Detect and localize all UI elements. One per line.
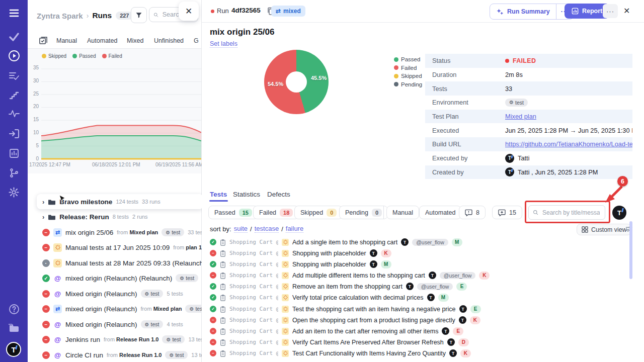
failed-count: 18 [280,209,293,217]
test-suite[interactable]: Shopping Cart @first… [229,317,278,323]
test-suite[interactable]: Shopping Cart @first… [229,261,278,267]
filter-pending-button[interactable]: Pending0 [339,206,388,219]
test-row[interactable]: ✓ Shopping Cart @first… Test the shoppin… [203,304,635,314]
menu-icon[interactable] [0,8,28,18]
filter-manual-button[interactable]: Manual [386,206,419,219]
user-avatar[interactable]: T [612,206,626,220]
tests-search[interactable] [528,205,605,220]
filter-new-comments-button[interactable]: 15 [492,206,522,219]
test-cases-icon[interactable] [0,71,28,80]
test-row[interactable]: − Shopping Cart @first… Shopping with pl… [203,248,635,258]
activity-icon[interactable] [0,110,28,118]
close-run-icon[interactable]: ✕ [623,6,630,16]
run-summary-button[interactable]: Run Summary ··· [490,4,574,20]
test-suite[interactable]: Shopping Cart @first… [229,328,278,334]
test-title[interactable]: Test the shopping cart with an item havi… [292,306,456,313]
filter-automated-button[interactable]: Automated [419,206,461,219]
sort-suite-link[interactable]: suite [234,225,248,233]
run-row[interactable]: ✓ @ mixed origin (Relaunch) (Relaunch) ⚙… [28,270,201,286]
test-suite[interactable]: Shopping Cart @first… [229,283,278,290]
test-suite[interactable]: Shopping Cart @first… [229,239,278,245]
test-suite[interactable]: Shopping Cart @first… [229,294,278,301]
tab-manual[interactable]: Manual [56,37,77,44]
tab-grouped[interactable]: G [194,37,199,44]
run-row[interactable]: − Manual tests at 17 Jun 2025 10:09 from… [28,240,201,255]
test-row[interactable]: ✓ Shopping Cart @first… Add a single ite… [203,237,635,247]
branch-icon[interactable] [0,168,28,178]
tab-defects[interactable]: Defects [267,191,290,198]
chevron-right-icon[interactable]: › [42,213,44,221]
run-row[interactable]: − @ Circle CI run from Release Run 1.0 ⚙… [28,347,201,362]
more-actions-button[interactable]: ··· [603,4,618,18]
test-title[interactable]: Verify total price calculation with deci… [292,294,424,301]
run-row[interactable]: − @ Mixed origin (Relaunch) ⚙test 4 test… [28,317,201,332]
test-title[interactable]: Open the shopping cart from a product li… [292,317,455,324]
run-row[interactable]: − @ Jenkins run from Release Run 1.0 ⚙te… [28,332,201,347]
check-icon[interactable] [0,32,28,41]
test-title[interactable]: Add an item to the cart after removing a… [292,328,438,335]
sort-failure-link[interactable]: failure [286,225,303,233]
import-icon[interactable] [0,129,28,139]
projects-icon[interactable] [0,323,28,333]
test-row[interactable]: ✓ Shopping Cart @first… Remove an item f… [203,281,635,292]
test-row[interactable]: − Shopping Cart @first… Test Cart Functi… [203,348,635,358]
test-title[interactable]: Shopping with placeholder [292,250,366,257]
filter-failed-button[interactable]: Failed18 [253,206,299,219]
created-by-value: Tatti , Jun 25, 2025 1:28 PM [518,168,598,176]
test-suite[interactable]: Shopping Cart @first… [229,250,278,256]
run-row[interactable]: − @ Mixed origin (Relaunch) ⚙test 5 test… [28,286,201,301]
test-title[interactable]: Remove an item from the shopping cart [292,283,403,290]
test-row[interactable]: − Shopping Cart @first… Verify Cart Item… [203,337,635,347]
test-title[interactable]: Add a single item to the shopping cart [292,239,397,246]
test-suite[interactable]: Shopping Cart @first… [229,306,278,312]
test-suite[interactable]: Shopping Cart @first… [229,339,278,345]
info-row-tests: Tests 33 [425,81,632,96]
gear-icon[interactable] [0,187,28,198]
test-row[interactable]: − Shopping Cart @first… Add multiple dif… [203,270,635,281]
analytics-icon[interactable] [0,148,28,158]
tab-automated[interactable]: Automated [87,37,117,44]
passed-status-icon: ✓ [210,306,216,312]
tab-statistics[interactable]: Statistics [233,191,260,198]
tests-search-input[interactable] [541,209,601,217]
test-title[interactable]: Verify Cart Items Are Preserved After Br… [292,339,444,346]
test-plan-link[interactable]: Mixed plan [505,113,536,120]
workspace-avatar[interactable]: T [6,342,21,357]
folder-row[interactable]: › Release: Rerun 8 tests 2 runs [28,209,201,224]
build-url-link[interactable]: https://github.com/TetianaKhomenko/Load-… [505,140,632,148]
label-badge: E [453,327,463,335]
scrollbar[interactable] [629,221,632,279]
env-badge: ⚙test [176,274,198,282]
tab-mixed[interactable]: Mixed [127,37,143,44]
automated-run-icon: @ [53,320,62,329]
sort-testcase-link[interactable]: testcase [255,225,279,233]
test-suite[interactable]: Shopping Cart @first… [229,272,278,279]
test-row[interactable]: − Shopping Cart @first… Add an item to t… [203,326,635,336]
run-row[interactable]: − ⇄ mix origin 25/06 from Mixed plan ⚙te… [28,225,201,240]
test-title[interactable]: Test Cart Functionality with Items Havin… [292,350,446,357]
custom-view-button[interactable]: Custom view [577,224,631,235]
test-row[interactable]: − Shopping Cart @first… Open the shoppin… [203,315,635,325]
run-row[interactable]: ▪ Manual tests at 28 Mar 2025 09:33 (Rel… [28,255,201,270]
test-suite[interactable]: Shopping Cart @first… [229,350,278,356]
filter-comments-button[interactable]: 8 [459,206,486,219]
tab-unfinished[interactable]: Unfinished [154,37,184,44]
breadcrumb-project[interactable]: Zyntra Spark [37,12,83,20]
run-row[interactable]: − ⇄ mixed origin (Relaunch) from Mixed p… [28,301,201,316]
filter-button[interactable] [131,7,147,23]
test-row[interactable]: ✓ Shopping Cart @first… Shopping with pl… [203,259,635,269]
failed-status-icon: − [210,317,216,323]
test-title[interactable]: Shopping with placeholder [292,261,366,268]
steps-icon[interactable] [0,90,28,100]
test-row[interactable]: ✓ Shopping Cart @first… Verify total pri… [203,292,635,303]
chevron-right-icon[interactable]: › [42,198,44,206]
set-labels-link[interactable]: Set labels [210,40,237,48]
panel-close-button[interactable]: ✕ [179,2,199,21]
filter-skipped-button[interactable]: Skipped0 [294,206,343,219]
test-title[interactable]: Add multiple different items to the shop… [292,272,425,279]
filter-passed-button[interactable]: Passed15 [208,206,258,219]
run-list-icon[interactable] [39,36,47,45]
help-icon[interactable] [0,304,28,315]
tab-tests[interactable]: Tests [210,191,227,198]
runs-icon[interactable] [0,50,28,62]
